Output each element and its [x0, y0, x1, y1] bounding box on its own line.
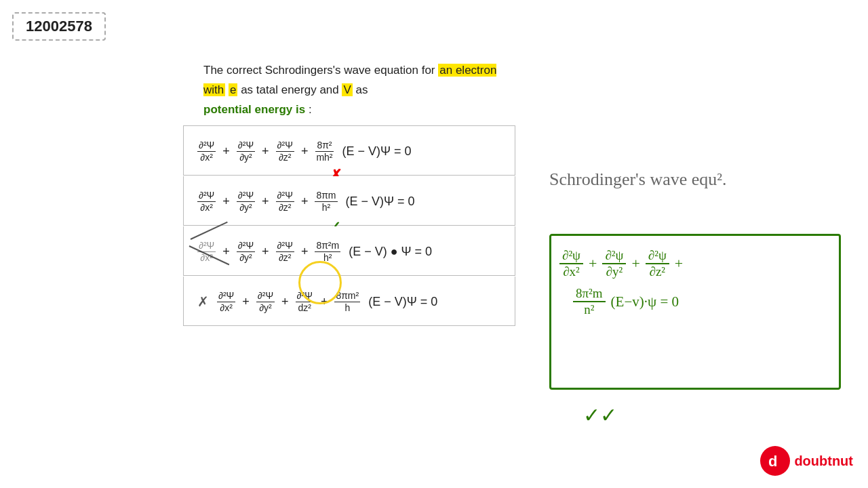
x-prefix-4: ✗ [197, 293, 209, 310]
highlight-potential: potential energy is [203, 103, 305, 116]
board-title: Schrodinger's wave equ². [549, 169, 727, 190]
board-tick: ✓✓ [583, 403, 617, 427]
option-1[interactable]: ∂²Ψ ∂x² + ∂²Ψ ∂y² + ∂²Ψ ∂z² + 8π² mh² (E… [183, 125, 515, 176]
question-colon: : [305, 103, 311, 116]
doubtnut-text: doubtnut [794, 453, 853, 469]
options-list: ∂²Ψ ∂x² + ∂²Ψ ∂y² + ∂²Ψ ∂z² + 8π² mh² (E… [183, 125, 515, 326]
question-text: The correct Schrodingers's wave equation… [203, 61, 515, 120]
question-middle: as tatal energy and [237, 83, 342, 96]
doubtnut-text-accent: nut [832, 453, 853, 468]
board-line-1: ∂²ψ ∂x² + ∂²ψ ∂y² + ∂²ψ ∂z² + [559, 248, 683, 279]
frac-psi-z2-opt1: ∂²Ψ ∂z² [276, 140, 294, 163]
board-frac-x: ∂²ψ ∂x² [559, 248, 583, 279]
board-line-2: 8π²m n² (E−v)·ψ = 0 [573, 286, 683, 317]
board-content: ∂²ψ ∂x² + ∂²ψ ∂y² + ∂²ψ ∂z² + 8π²m n² (E… [559, 244, 683, 321]
board-frac-z: ∂²ψ ∂z² [646, 248, 669, 279]
option-3[interactable]: ∂²Ψ ∂x² + ∂²Ψ ∂y² + ∂²Ψ ∂z² + 8π²m h² (E… [183, 226, 515, 276]
option-1-equation: ∂²Ψ ∂x² + ∂²Ψ ∂y² + ∂²Ψ ∂z² + 8π² mh² (E… [197, 134, 501, 168]
question-id: 12002578 [12, 12, 106, 41]
frac-coeff-opt2: 8πm h² [315, 190, 337, 214]
frac-psi-x2-opt4: ∂²Ψ ∂x² [217, 290, 235, 314]
option-4[interactable]: ✗ ∂²Ψ ∂x² + ∂²Ψ ∂y² + ∂²Ψ dz² + 8πm² h (… [183, 277, 515, 326]
frac-psi-y2-opt2: ∂²Ψ ∂y² [237, 190, 255, 214]
option-2-equation: ∂²Ψ ∂x² + ∂²Ψ ∂y² + ∂²Ψ ∂z² + 8πm h² (E … [197, 184, 501, 218]
frac-psi-z2-opt4: ∂²Ψ dz² [296, 290, 314, 314]
frac-coeff-opt1: 8π² mh² [315, 140, 334, 163]
frac-psi-x2-opt2: ∂²Ψ ∂x² [197, 190, 216, 214]
doubtnut-icon: d [760, 446, 790, 476]
frac-psi-x2-opt3: ∂²Ψ ∂x² [197, 240, 216, 264]
frac-coeff-opt3: 8π²m h² [315, 240, 340, 264]
highlight-v: V [342, 83, 352, 96]
board-frac-coeff: 8π²m n² [573, 286, 606, 317]
highlight-e: e [229, 83, 237, 96]
option-3-equation: ∂²Ψ ∂x² + ∂²Ψ ∂y² + ∂²Ψ ∂z² + 8π²m h² (E… [197, 235, 501, 268]
option-2[interactable]: ∂²Ψ ∂x² + ∂²Ψ ∂y² + ∂²Ψ ∂z² + 8πm h² (E … [183, 176, 515, 226]
doubtnut-svg-icon: d [766, 451, 785, 470]
frac-psi-y2-opt1: ∂²Ψ ∂y² [237, 140, 255, 163]
option-4-equation: ✗ ∂²Ψ ∂x² + ∂²Ψ ∂y² + ∂²Ψ dz² + 8πm² h (… [197, 285, 501, 319]
svg-text:d: d [768, 453, 777, 470]
frac-psi-y2-opt4: ∂²Ψ ∂y² [256, 290, 275, 314]
frac-psi-z2-opt3: ∂²Ψ ∂z² [276, 240, 294, 264]
frac-psi-y2-opt3: ∂²Ψ ∂y² [237, 240, 255, 264]
board-area: Schrodinger's wave equ². ∂²ψ ∂x² + ∂²ψ ∂… [536, 37, 844, 458]
question-prefix: The correct Schrodingers's wave equation… [203, 64, 438, 77]
doubtnut-logo: d doubtnut [760, 446, 853, 476]
frac-psi-x2-opt1: ∂²Ψ ∂x² [197, 140, 216, 163]
question-after: as [353, 83, 368, 96]
board-frac-y: ∂²ψ ∂y² [602, 248, 626, 279]
frac-psi-z2-opt2: ∂²Ψ ∂z² [276, 190, 294, 214]
frac-coeff-opt4: 8πm² h [334, 290, 360, 314]
doubtnut-text-normal: doubt [794, 453, 832, 468]
